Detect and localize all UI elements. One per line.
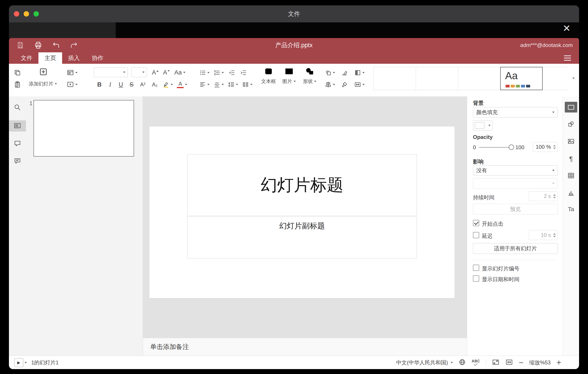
theme-option-selected[interactable]: Aa <box>500 67 543 90</box>
chevron-down-icon[interactable] <box>25 362 27 363</box>
slides-panel-button[interactable] <box>9 120 26 132</box>
insert-textbox-button[interactable]: 文本框 <box>259 66 278 88</box>
change-case-button[interactable]: Aa <box>172 67 187 78</box>
numbered-list-button[interactable] <box>212 67 225 78</box>
fill-type-select[interactable]: 颜色填充 <box>473 107 558 117</box>
copy-button[interactable] <box>12 67 23 78</box>
preview-button[interactable]: 预览 <box>473 204 558 215</box>
vertical-align-button[interactable] <box>212 79 225 90</box>
increase-indent-button[interactable] <box>238 67 248 78</box>
change-layout-button[interactable] <box>65 67 79 78</box>
zoom-in-button[interactable]: + <box>556 359 561 367</box>
title-placeholder[interactable]: 幻灯片标题 <box>187 154 417 216</box>
slide-size-button[interactable] <box>353 79 366 90</box>
decrease-font-button[interactable]: A <box>161 67 172 78</box>
duration-input[interactable]: 2 s <box>529 191 558 201</box>
tab-home[interactable]: 主页 <box>38 52 62 64</box>
table-settings-button[interactable] <box>565 170 577 181</box>
image-settings-button[interactable] <box>565 136 577 147</box>
comments-button[interactable] <box>9 138 26 149</box>
opacity-slider-knob[interactable] <box>509 144 514 150</box>
align-shape-button[interactable] <box>324 79 336 90</box>
zoom-out-button[interactable]: − <box>519 359 524 367</box>
effect-type-select[interactable] <box>473 178 558 188</box>
delay-input[interactable]: 10 s <box>529 230 558 240</box>
paste-button[interactable] <box>12 79 23 90</box>
tab-insert[interactable]: 插入 <box>62 52 86 64</box>
start-on-click-checkbox[interactable] <box>473 220 479 226</box>
start-on-click-label: 开始点击 <box>482 220 503 228</box>
theme-option-5[interactable] <box>542 67 567 90</box>
theme-option-1[interactable] <box>374 67 416 90</box>
strikethrough-button[interactable]: S <box>126 79 137 90</box>
theme-option-3[interactable] <box>458 67 500 90</box>
undo-button[interactable] <box>51 40 61 50</box>
font-name-combo[interactable] <box>94 67 128 77</box>
change-case-label: Aa <box>174 69 182 76</box>
insert-shape-button[interactable]: 形状 <box>300 66 319 88</box>
line-spacing-button[interactable] <box>227 79 240 90</box>
show-slide-number-checkbox[interactable] <box>473 265 479 271</box>
show-date-time-checkbox[interactable] <box>473 275 479 282</box>
superscript-button[interactable]: A² <box>137 79 148 90</box>
columns-button[interactable] <box>241 79 254 90</box>
insert-image-button[interactable]: 图片 <box>280 66 298 88</box>
spellcheck-button[interactable]: ABC <box>472 359 480 366</box>
paragraph-settings-button[interactable]: ¶ <box>565 154 577 164</box>
add-slide-label-button[interactable]: 添加幻灯片 <box>23 80 63 88</box>
save-button[interactable] <box>15 40 25 50</box>
chevron-down-icon[interactable] <box>451 362 453 363</box>
font-size-combo[interactable] <box>131 67 147 77</box>
chevron-down-icon <box>183 72 185 73</box>
underline-button[interactable]: U <box>116 79 126 90</box>
color-scheme-button[interactable] <box>353 67 366 78</box>
fit-to-width-button[interactable] <box>505 358 513 367</box>
menu-icon[interactable] <box>564 55 571 61</box>
copy-style-button[interactable] <box>339 79 350 90</box>
theme-gallery-expand-button[interactable] <box>570 75 577 82</box>
add-slide-button[interactable] <box>38 66 49 77</box>
close-icon[interactable]: ✕ <box>563 24 571 33</box>
start-slideshow-status-button[interactable]: ▶ <box>14 358 23 367</box>
arrange-shape-button[interactable] <box>324 67 336 78</box>
slide[interactable]: 幻灯片标题 幻灯片副标题 <box>149 126 455 298</box>
slide-settings-button[interactable] <box>565 102 577 112</box>
set-language-button[interactable] <box>459 359 466 367</box>
spinner-arrows-icon[interactable] <box>553 233 556 237</box>
fill-color-picker[interactable] <box>473 121 493 130</box>
redo-button[interactable] <box>69 40 79 50</box>
start-slideshow-button[interactable] <box>65 79 79 90</box>
subtitle-placeholder[interactable]: 幻灯片副标题 <box>187 217 417 258</box>
bold-button[interactable]: B <box>94 79 105 90</box>
textart-settings-button[interactable]: Ta <box>565 204 577 215</box>
chat-button[interactable] <box>9 155 26 166</box>
subscript-button[interactable]: A₂ <box>149 79 160 90</box>
font-color-button[interactable]: A <box>175 79 189 90</box>
search-button[interactable] <box>9 102 26 113</box>
shape-settings-button[interactable] <box>565 119 577 130</box>
tab-file[interactable]: 文件 <box>15 52 38 64</box>
slide-thumbnail[interactable] <box>33 100 134 157</box>
italic-button[interactable]: I <box>105 79 115 90</box>
bullet-list-button[interactable] <box>198 67 211 78</box>
chart-settings-button[interactable] <box>565 187 577 198</box>
notes-area[interactable]: 单击添加备注 <box>143 338 467 356</box>
clear-style-button[interactable] <box>339 67 350 78</box>
tab-collaboration[interactable]: 协作 <box>86 52 109 64</box>
increase-font-button[interactable]: A <box>150 67 160 78</box>
print-button[interactable] <box>33 40 43 50</box>
theme-option-2[interactable] <box>416 67 458 90</box>
delay-checkbox[interactable] <box>473 232 479 238</box>
spinner-arrows-icon[interactable] <box>553 194 556 198</box>
spinner-arrows-icon[interactable] <box>553 145 556 149</box>
decrease-indent-button[interactable] <box>227 67 237 78</box>
fit-to-slide-button[interactable] <box>492 358 500 367</box>
horizontal-align-button[interactable] <box>198 79 211 90</box>
opacity-slider-track[interactable] <box>479 147 512 148</box>
opacity-input[interactable]: 100 % <box>533 142 558 152</box>
delay-label: 延迟 <box>482 232 493 240</box>
document-language[interactable]: 中文(中华人民共和国) <box>396 359 448 366</box>
effect-select[interactable]: 没有 <box>473 165 558 176</box>
apply-to-all-slides-button[interactable]: 适用于所有幻灯片 <box>473 243 558 254</box>
highlight-color-button[interactable] <box>161 79 174 90</box>
